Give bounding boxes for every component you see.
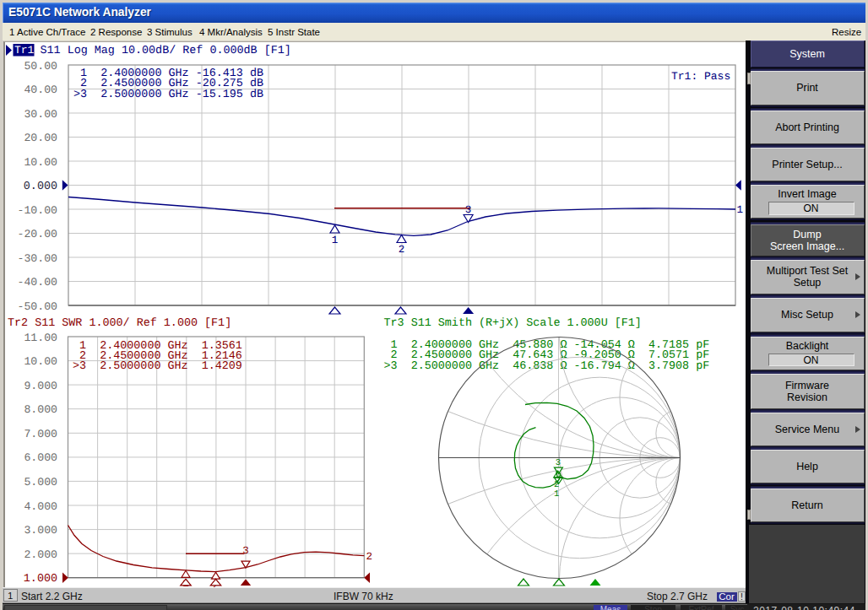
svg-text:3: 3 (242, 545, 249, 557)
svg-text:3: 3 (465, 204, 472, 216)
svg-text:-10.00: -10.00 (18, 203, 58, 216)
svg-text:1: 1 (332, 234, 339, 246)
svg-text:>3 2.5000000 GHz 46.838 Ω -1: >3 2.5000000 GHz 46.838 Ω -16.794 Ω 3.79… (384, 359, 710, 372)
svg-text:Tr2 S11 SWR 1.000/ Ref 1.000 [: Tr2 S11 SWR 1.000/ Ref 1.000 [F1] (8, 317, 231, 330)
svg-text:1: 1 (737, 204, 744, 216)
svg-text:-40.00: -40.00 (18, 276, 58, 289)
svg-text:20.00: 20.00 (24, 132, 57, 144)
svg-text:11.00: 11.00 (24, 331, 57, 343)
svg-text:>3 2.5000000 GHz 1.4209: >3 2.5000000 GHz 1.4209 (73, 360, 242, 373)
svg-text:1: 1 (554, 489, 559, 499)
svg-text:40.00: 40.00 (24, 84, 57, 96)
svg-text:3.000: 3.000 (24, 524, 57, 537)
svg-text:3: 3 (556, 458, 561, 468)
svg-text:>3 2.5000000 GHz -15.195 dB: >3 2.5000000 GHz -15.195 dB (73, 88, 263, 100)
svg-text:2: 2 (399, 244, 405, 256)
svg-text:S11 Log Mag 10.00dB/ Ref 0.000: S11 Log Mag 10.00dB/ Ref 0.000dB [F1] (41, 45, 291, 57)
svg-text:-50.00: -50.00 (18, 300, 58, 312)
svg-text:Tr3 S11 Smith (R+jX) Scale 1.0: Tr3 S11 Smith (R+jX) Scale 1.000U [F1] (384, 317, 642, 330)
svg-text:2.000: 2.000 (24, 548, 57, 560)
svg-text:Tr1: Pass: Tr1: Pass (671, 69, 730, 82)
svg-text:2: 2 (366, 551, 373, 563)
svg-text:5.000: 5.000 (24, 475, 57, 488)
svg-text:30.00: 30.00 (24, 107, 57, 120)
svg-text:-20.00: -20.00 (18, 228, 58, 240)
svg-text:50.00: 50.00 (24, 59, 57, 72)
svg-text:1.000: 1.000 (24, 573, 57, 586)
svg-text:10.00: 10.00 (24, 155, 57, 168)
svg-text:8.000: 8.000 (24, 403, 57, 416)
svg-text:9.000: 9.000 (24, 379, 57, 391)
svg-text:4.000: 4.000 (24, 499, 57, 512)
svg-text:10.00: 10.00 (24, 355, 57, 368)
svg-text:6.000: 6.000 (24, 451, 57, 464)
svg-text:0.000: 0.000 (24, 181, 57, 193)
svg-text:7.000: 7.000 (24, 427, 57, 440)
svg-text:Tr1: Tr1 (14, 44, 35, 57)
svg-text:-30.00: -30.00 (18, 251, 58, 264)
